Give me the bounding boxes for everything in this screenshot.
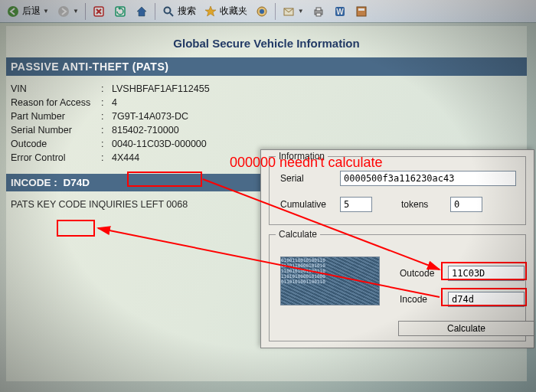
separator — [85, 3, 86, 20]
forward-button[interactable]: ▼ — [54, 3, 82, 20]
separator — [275, 3, 276, 20]
dlg-cumulative-label: Cumulative — [280, 199, 334, 210]
stop-icon — [92, 5, 106, 18]
dlg-tokens-input[interactable] — [450, 197, 482, 212]
reason-value: 4 — [112, 97, 117, 108]
forward-icon — [57, 5, 70, 18]
svg-text:W: W — [336, 8, 344, 16]
back-button[interactable]: 后退 ▼ — [3, 3, 52, 20]
favorites-button[interactable]: 收藏夹 — [201, 3, 250, 20]
separator — [155, 3, 155, 20]
row-reason: Reason for Access: 4 — [11, 96, 524, 109]
vin-value: LVSHBFAF1AF112455 — [112, 83, 210, 94]
part-value: 7G9T-14A073-DC — [112, 111, 188, 122]
error-label: Error Control — [11, 152, 101, 163]
group-calculate-title: Calculate — [276, 229, 320, 240]
calculator-dialog: Information Serial Cumulative tokens Cal… — [260, 149, 534, 348]
refresh-icon — [113, 5, 127, 18]
group-information: Information Serial Cumulative tokens — [269, 156, 526, 225]
mail-button[interactable]: ▼ — [279, 3, 307, 20]
error-value: 4X444 — [112, 152, 139, 163]
dlg-incode-input[interactable] — [448, 292, 525, 307]
history-icon — [255, 5, 269, 18]
outcode-value: 0040-11C03D-000000 — [112, 139, 207, 149]
outcode-label: Outcode — [11, 139, 101, 149]
inquiries-value: 0068 — [166, 199, 188, 210]
favorites-label: 收藏夹 — [220, 5, 247, 18]
svg-point-4 — [164, 7, 170, 13]
dlg-tokens-label: tokens — [401, 199, 444, 210]
chevron-down-icon: ▼ — [73, 8, 79, 15]
home-icon — [135, 5, 149, 18]
svg-rect-13 — [357, 7, 366, 16]
svg-point-0 — [8, 6, 18, 17]
svg-point-1 — [58, 6, 69, 17]
dlg-outcode-input[interactable] — [448, 266, 525, 281]
page-title: Global Secure Vehicle Information — [6, 26, 527, 57]
svg-rect-10 — [316, 13, 321, 16]
section-header: PASSIVE ANTI-THEFT (PATS) — [6, 57, 527, 76]
hologram-image: 0100110010100110011011000010101011001010… — [280, 256, 380, 305]
search-icon — [162, 5, 175, 18]
chevron-down-icon: ▼ — [43, 8, 49, 15]
print-button[interactable] — [309, 3, 328, 20]
dlg-cumulative-input[interactable] — [340, 197, 372, 212]
history-button[interactable] — [252, 3, 272, 20]
app-icon — [355, 5, 368, 18]
back-label: 后退 — [22, 5, 41, 18]
row-serial: Serial Number: 815402-710000 — [11, 123, 524, 137]
row-vin: VIN: LVSHBFAF1AF112455 — [11, 82, 524, 96]
svg-rect-14 — [358, 8, 364, 11]
dlg-serial-input[interactable] — [340, 171, 516, 186]
inquiries-label: PATS KEY CODE INQUIRIES LEFT — [11, 199, 164, 210]
app-button[interactable] — [351, 3, 371, 20]
star-icon — [204, 5, 217, 18]
word-icon: W — [333, 5, 347, 18]
group-information-title: Information — [276, 151, 328, 162]
incode-value: D74D — [60, 177, 93, 188]
serial-label: Serial Number — [11, 125, 101, 136]
vin-label: VIN — [11, 83, 101, 94]
dlg-incode-label: Incode — [400, 294, 442, 305]
part-label: Part Number — [11, 111, 101, 122]
dlg-serial-label: Serial — [280, 173, 334, 184]
serial-value: 815402-710000 — [112, 125, 179, 136]
incode-label: INCODE : — [11, 177, 57, 188]
search-label: 搜索 — [178, 5, 196, 18]
group-calculate: Calculate 010011001010011001101100001010… — [269, 234, 526, 341]
stop-button[interactable] — [89, 3, 109, 20]
reason-label: Reason for Access — [11, 97, 101, 108]
calculate-button[interactable]: Calculate — [398, 321, 534, 336]
svg-point-6 — [260, 9, 264, 14]
word-button[interactable]: W — [330, 3, 350, 20]
refresh-button[interactable] — [110, 3, 130, 20]
mail-icon — [282, 5, 296, 18]
search-button[interactable]: 搜索 — [159, 3, 199, 20]
back-icon — [6, 5, 20, 18]
chevron-down-icon: ▼ — [298, 8, 304, 15]
browser-toolbar: 后退 ▼ ▼ 搜索 收藏夹 ▼ W — [0, 0, 536, 23]
dlg-outcode-label: Outcode — [400, 268, 442, 279]
row-part: Part Number: 7G9T-14A073-DC — [11, 109, 524, 123]
svg-rect-9 — [316, 8, 321, 11]
home-button[interactable] — [132, 3, 152, 20]
print-icon — [312, 5, 325, 18]
